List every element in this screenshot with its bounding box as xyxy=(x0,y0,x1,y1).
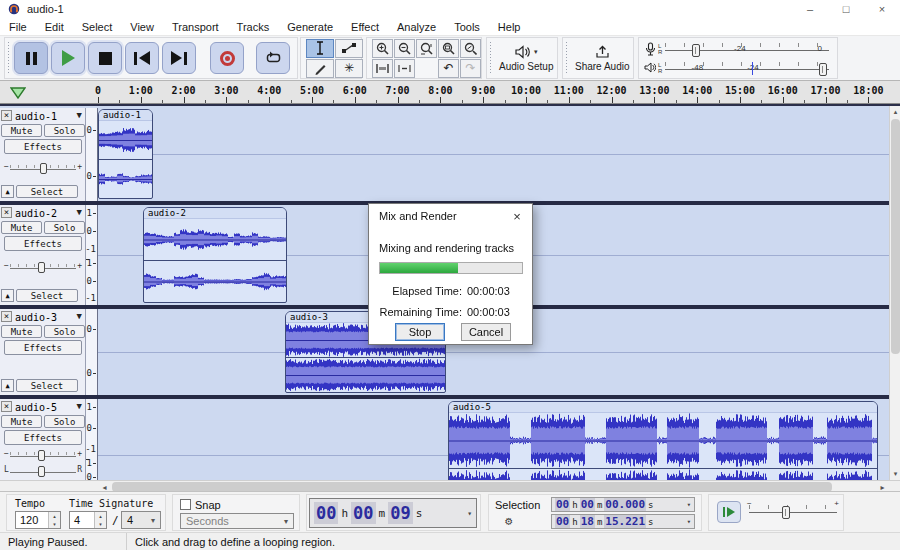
record-button[interactable] xyxy=(210,42,244,74)
clip-audio-1[interactable]: audio-1 xyxy=(98,109,153,199)
track-4-gain-slider[interactable]: − + xyxy=(4,449,82,462)
sel-end-caret-icon[interactable]: ▾ xyxy=(687,518,691,526)
timeline-ruler[interactable]: 01:002:003:004:005:006:007:008:009:0010:… xyxy=(0,81,900,104)
menu-tracks[interactable]: Tracks xyxy=(228,21,279,33)
track-4-effects-button[interactable]: Effects xyxy=(4,430,82,445)
clip-title[interactable]: audio-5 xyxy=(449,402,877,413)
track-4-name[interactable]: audio-5 xyxy=(15,402,57,413)
track-2-name[interactable]: audio-2 xyxy=(15,208,57,219)
vertical-scroll-thumb[interactable] xyxy=(891,119,900,354)
track-1-control-panel[interactable]: × audio-1 ▼ Mute Solo Effects − + ▲ Sele… xyxy=(0,108,86,201)
track-2-gain-thumb[interactable] xyxy=(38,262,45,273)
stop-dialog-button[interactable]: Stop xyxy=(395,323,445,341)
sel-end-hours[interactable]: 00 xyxy=(555,515,570,528)
track-3-close-button[interactable]: × xyxy=(1,311,12,322)
menu-file[interactable]: File xyxy=(0,21,36,33)
track-4-solo-button[interactable]: Solo xyxy=(44,415,85,428)
track-2-effects-button[interactable]: Effects xyxy=(4,236,82,251)
track-1-effects-button[interactable]: Effects xyxy=(4,139,82,154)
menu-select[interactable]: Select xyxy=(73,21,122,33)
track-1-solo-button[interactable]: Solo xyxy=(44,124,85,137)
toolbar-grip[interactable] xyxy=(489,41,493,75)
scroll-up-icon[interactable]: ▴ xyxy=(890,106,900,118)
menu-help[interactable]: Help xyxy=(489,21,530,33)
selection-end-field[interactable]: 00 h 18 m 15.221 s ▾ xyxy=(551,514,695,529)
time-minutes[interactable]: 00 xyxy=(351,502,375,524)
close-button[interactable]: × xyxy=(864,0,900,18)
audio-position-display[interactable]: 00 h 00 m 09 s ▾ xyxy=(309,498,477,528)
sel-start-hours[interactable]: 00 xyxy=(555,498,570,511)
track-2-menu-icon[interactable]: ▼ xyxy=(77,207,82,217)
track-3-solo-button[interactable]: Solo xyxy=(44,325,85,338)
track-4-pan-slider[interactable]: L R xyxy=(4,465,82,478)
menu-analyze[interactable]: Analyze xyxy=(388,21,445,33)
maximize-button[interactable]: □ xyxy=(828,0,864,18)
track-2-gain-slider[interactable]: − + xyxy=(4,261,82,274)
tempo-down-icon[interactable]: ▾ xyxy=(49,520,60,528)
menu-transport[interactable]: Transport xyxy=(163,21,228,33)
stop-button[interactable] xyxy=(88,42,122,74)
track-1-name[interactable]: audio-1 xyxy=(15,111,57,122)
play-at-speed-button[interactable] xyxy=(717,501,741,523)
time-hours[interactable]: 00 xyxy=(314,502,338,524)
track-2-collapse-button[interactable]: ▲ xyxy=(1,289,14,302)
track-2-select-button[interactable]: Select xyxy=(16,289,78,302)
playback-speed-slider[interactable]: − + xyxy=(749,503,837,519)
zoom-fit-button[interactable] xyxy=(438,39,459,58)
track-3-vertical-ruler[interactable]: 0 0 xyxy=(86,309,98,395)
undo-button[interactable]: ↶ xyxy=(438,59,459,78)
track-1-menu-icon[interactable]: ▼ xyxy=(77,110,82,120)
snap-mode-select[interactable]: Seconds ▾ xyxy=(180,513,294,529)
skip-to-start-button[interactable] xyxy=(125,42,159,74)
silence-audio-button[interactable] xyxy=(394,59,415,78)
scroll-down-icon[interactable]: ▾ xyxy=(890,468,900,480)
track-4-vertical-ruler[interactable]: 1 0 -1 1 0 xyxy=(86,399,98,480)
track-2-mute-button[interactable]: Mute xyxy=(1,221,42,234)
minimize-button[interactable]: – xyxy=(792,0,828,18)
track-2-close-button[interactable]: × xyxy=(1,207,12,218)
zoom-out-button[interactable] xyxy=(394,39,415,58)
time-format-caret-icon[interactable]: ▾ xyxy=(467,509,472,518)
selection-tool-button[interactable] xyxy=(306,39,334,58)
sel-end-minutes[interactable]: 18 xyxy=(580,515,595,528)
track-3-effects-button[interactable]: Effects xyxy=(4,340,82,355)
sel-start-minutes[interactable]: 00 xyxy=(580,498,595,511)
recording-volume-slider[interactable]: -24 0 xyxy=(665,41,829,57)
time-seconds[interactable]: 09 xyxy=(388,502,412,524)
redo-button[interactable]: ↷ xyxy=(460,59,481,78)
draw-tool-button[interactable] xyxy=(306,59,334,78)
toolbar-grip[interactable] xyxy=(565,41,569,75)
menu-effect[interactable]: Effect xyxy=(342,21,388,33)
zoom-selection-button[interactable] xyxy=(416,39,437,58)
menu-tools[interactable]: Tools xyxy=(445,21,489,33)
pause-button[interactable] xyxy=(14,42,48,74)
track-4-menu-icon[interactable]: ▼ xyxy=(77,401,82,411)
time-signature-lower-select[interactable]: 4 ▾ xyxy=(121,511,161,529)
sel-end-seconds[interactable]: 15.221 xyxy=(604,515,646,528)
tempo-value[interactable]: 120 xyxy=(16,512,48,528)
clip-audio-2[interactable]: audio-2 xyxy=(143,207,287,303)
zoom-in-button[interactable] xyxy=(372,39,393,58)
track-1-gain-slider[interactable]: − + xyxy=(4,162,82,175)
snap-checkbox[interactable] xyxy=(180,499,191,510)
track-2-solo-button[interactable]: Solo xyxy=(44,221,85,234)
track-1-vertical-ruler[interactable]: 0 0 xyxy=(86,108,98,201)
envelope-tool-button[interactable] xyxy=(335,39,363,58)
track-1-select-button[interactable]: Select xyxy=(16,185,78,198)
selection-settings-gear-icon[interactable]: ⚙ xyxy=(505,514,512,528)
timesig-down-icon[interactable]: ▾ xyxy=(95,520,106,528)
tempo-up-icon[interactable]: ▴ xyxy=(49,512,60,520)
cancel-dialog-button[interactable]: Cancel xyxy=(461,323,511,341)
audio-setup-button[interactable]: ▾ Audio Setup xyxy=(496,38,557,78)
clip-title[interactable]: audio-1 xyxy=(99,110,152,121)
track-4-close-button[interactable]: × xyxy=(1,401,12,412)
menu-view[interactable]: View xyxy=(121,21,163,33)
play-button[interactable] xyxy=(51,42,85,74)
track-2-control-panel[interactable]: × audio-2 ▼ Mute Solo Effects − + ▲ Sele… xyxy=(0,205,86,305)
track-3-select-button[interactable]: Select xyxy=(16,379,78,392)
time-signature-upper-input[interactable]: 4 ▴▾ xyxy=(69,511,107,529)
playback-volume-thumb[interactable] xyxy=(819,63,827,76)
loop-button[interactable] xyxy=(256,42,290,74)
track-3-mute-button[interactable]: Mute xyxy=(1,325,42,338)
track-1-close-button[interactable]: × xyxy=(1,110,12,121)
